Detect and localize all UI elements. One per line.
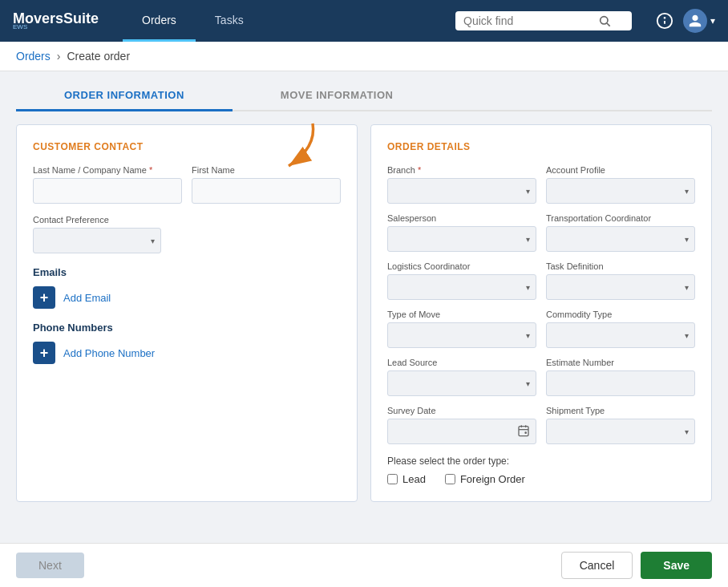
last-name-label: Last Name / Company Name * bbox=[33, 165, 182, 175]
breadcrumb-separator: › bbox=[57, 50, 61, 63]
task-definition-select[interactable] bbox=[546, 274, 695, 300]
account-profile-wrapper: ▾ bbox=[546, 178, 695, 204]
branch-wrapper: ▾ bbox=[387, 178, 536, 204]
order-type-checkboxes: Lead Foreign Order bbox=[387, 473, 695, 485]
commodity-type-select[interactable] bbox=[546, 322, 695, 348]
add-phone-label: Add Phone Number bbox=[63, 347, 155, 359]
logistics-coord-wrapper: ▾ bbox=[387, 274, 536, 300]
type-of-move-group: Type of Move ▾ bbox=[387, 310, 536, 348]
salesperson-label: Salesperson bbox=[387, 213, 536, 223]
breadcrumb: Orders › Create order bbox=[0, 42, 728, 71]
tab-move-information[interactable]: MOVE INFORMATION bbox=[233, 81, 442, 111]
app-header: MoversSuite EWS Orders Tasks ▾ bbox=[0, 0, 728, 42]
search-input[interactable] bbox=[463, 14, 592, 27]
estimate-number-label: Estimate Number bbox=[546, 358, 695, 367]
task-definition-wrapper: ▾ bbox=[546, 274, 695, 300]
contact-pref-group: Contact Preference ▾ bbox=[33, 215, 161, 253]
survey-date-wrapper bbox=[387, 419, 536, 444]
breadcrumb-root[interactable]: Orders bbox=[16, 50, 51, 63]
salesperson-select[interactable] bbox=[387, 226, 536, 252]
shipment-type-label: Shipment Type bbox=[546, 406, 695, 415]
survey-date-group: Survey Date bbox=[387, 406, 536, 444]
contact-pref-wrapper: ▾ bbox=[33, 228, 161, 253]
survey-date-label: Survey Date bbox=[387, 406, 536, 415]
search-icon bbox=[598, 14, 611, 27]
branch-select[interactable] bbox=[387, 178, 536, 204]
last-name-required: * bbox=[149, 165, 152, 175]
estimate-number-input[interactable] bbox=[546, 370, 695, 396]
type-of-move-wrapper: ▾ bbox=[387, 322, 536, 348]
name-row: Last Name / Company Name * First Name bbox=[33, 165, 341, 204]
lead-source-label: Lead Source bbox=[387, 358, 536, 367]
next-button[interactable]: Next bbox=[16, 553, 84, 578]
estimate-number-group: Estimate Number bbox=[546, 358, 695, 396]
order-details-grid: Branch * ▾ Account Profile ▾ S bbox=[387, 165, 695, 444]
foreign-order-checkbox-item[interactable]: Foreign Order bbox=[445, 473, 525, 485]
logistics-coord-select[interactable] bbox=[387, 274, 536, 300]
page-tabs: ORDER INFORMATION MOVE INFORMATION bbox=[16, 81, 712, 111]
lead-checkbox-label: Lead bbox=[402, 473, 426, 485]
nav-tabs: Orders Tasks bbox=[123, 0, 263, 42]
account-profile-label: Account Profile bbox=[546, 165, 695, 175]
salesperson-group: Salesperson ▾ bbox=[387, 213, 536, 252]
app-logo: MoversSuite EWS bbox=[13, 11, 99, 30]
account-profile-group: Account Profile ▾ bbox=[546, 165, 695, 204]
commodity-type-label: Commodity Type bbox=[546, 310, 695, 319]
last-name-input[interactable] bbox=[33, 178, 182, 204]
shipment-type-group: Shipment Type ▾ bbox=[546, 406, 695, 444]
avatar bbox=[683, 9, 707, 33]
foreign-order-checkbox-label: Foreign Order bbox=[460, 473, 525, 485]
add-email-icon: + bbox=[33, 286, 55, 309]
logistics-coord-group: Logistics Coordinator ▾ bbox=[387, 261, 536, 300]
customer-contact-panel: CUSTOMER CONTACT Last Name / Company Nam… bbox=[16, 124, 358, 502]
account-profile-select[interactable] bbox=[546, 178, 695, 204]
branch-group: Branch * ▾ bbox=[387, 165, 536, 204]
task-definition-label: Task Definition bbox=[546, 261, 695, 271]
order-details-title: ORDER DETAILS bbox=[387, 141, 695, 152]
footer-right-actions: Cancel Save bbox=[561, 552, 712, 579]
chevron-down-icon: ▾ bbox=[710, 15, 715, 26]
survey-date-input[interactable] bbox=[387, 419, 536, 444]
header-icons: ▾ bbox=[656, 9, 715, 33]
type-of-move-select[interactable] bbox=[387, 322, 536, 348]
type-of-move-label: Type of Move bbox=[387, 310, 536, 319]
first-name-group: First Name bbox=[192, 165, 341, 204]
branch-label: Branch * bbox=[387, 165, 536, 175]
search-bar[interactable] bbox=[455, 11, 632, 30]
order-details-panel: ORDER DETAILS Branch * ▾ Account Profile… bbox=[370, 124, 712, 502]
shipment-type-select[interactable] bbox=[546, 419, 695, 444]
order-type-section: Please select the order type: Lead Forei… bbox=[387, 455, 695, 485]
save-button[interactable]: Save bbox=[641, 552, 712, 579]
contact-pref-select[interactable] bbox=[33, 228, 161, 253]
commodity-type-group: Commodity Type ▾ bbox=[546, 310, 695, 348]
order-type-label: Please select the order type: bbox=[387, 455, 695, 467]
cancel-button[interactable]: Cancel bbox=[561, 552, 633, 579]
contact-pref-row: Contact Preference ▾ bbox=[33, 215, 341, 253]
commodity-type-wrapper: ▾ bbox=[546, 322, 695, 348]
add-phone-icon: + bbox=[33, 342, 55, 364]
tab-order-information[interactable]: ORDER INFORMATION bbox=[16, 81, 233, 111]
phone-numbers-label: Phone Numbers bbox=[33, 322, 341, 334]
nav-tab-orders[interactable]: Orders bbox=[123, 0, 196, 42]
transport-coord-select[interactable] bbox=[546, 226, 695, 252]
add-phone-button[interactable]: + Add Phone Number bbox=[33, 342, 155, 364]
first-name-input[interactable] bbox=[192, 178, 341, 204]
nav-tab-tasks[interactable]: Tasks bbox=[196, 0, 263, 42]
lead-checkbox-item[interactable]: Lead bbox=[387, 473, 426, 485]
lead-checkbox[interactable] bbox=[387, 474, 398, 484]
lead-source-select[interactable] bbox=[387, 370, 536, 396]
transport-coord-wrapper: ▾ bbox=[546, 226, 695, 252]
foreign-order-checkbox[interactable] bbox=[445, 474, 455, 484]
svg-point-4 bbox=[665, 18, 665, 18]
logo-ews-text: EWS bbox=[13, 24, 99, 30]
logistics-coord-label: Logistics Coordinator bbox=[387, 261, 536, 271]
user-menu-button[interactable]: ▾ bbox=[683, 9, 715, 33]
add-email-button[interactable]: + Add Email bbox=[33, 286, 111, 309]
breadcrumb-current: Create order bbox=[67, 50, 130, 63]
main-content: ORDER INFORMATION MOVE INFORMATION CUSTO… bbox=[0, 71, 728, 512]
emails-label: Emails bbox=[33, 266, 341, 278]
svg-point-0 bbox=[601, 17, 608, 24]
info-button[interactable] bbox=[656, 12, 673, 30]
info-icon bbox=[656, 12, 673, 30]
customer-contact-title: CUSTOMER CONTACT bbox=[33, 141, 341, 152]
